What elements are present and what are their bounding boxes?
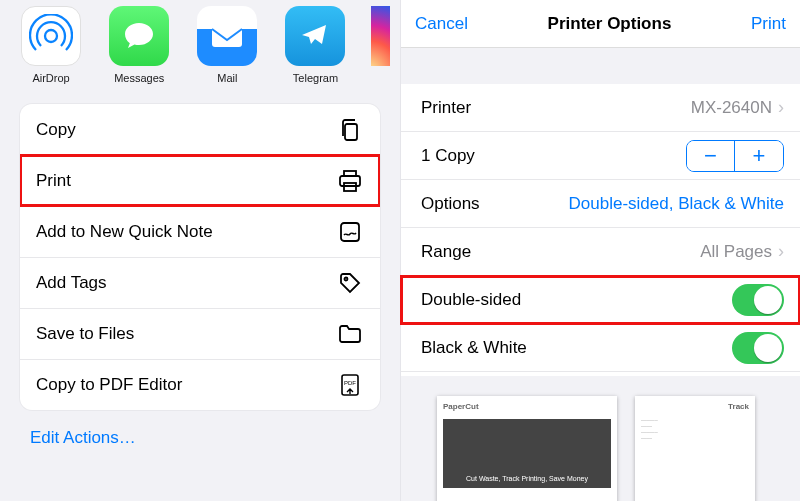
airdrop-icon	[21, 6, 81, 66]
action-add-tags[interactable]: Add Tags	[20, 257, 380, 308]
mail-icon	[197, 6, 257, 66]
row-copies: 1 Copy − +	[401, 132, 800, 180]
svg-rect-2	[345, 124, 357, 140]
action-label: Add to New Quick Note	[36, 222, 213, 242]
row-value: Double-sided, Black & White	[569, 194, 784, 214]
svg-point-7	[345, 278, 348, 281]
row-value: MX-2640N	[691, 98, 772, 118]
cancel-button[interactable]: Cancel	[415, 14, 468, 34]
actions-card: Copy Print Add to New Quick Note Add Tag…	[20, 104, 380, 410]
action-save-files[interactable]: Save to Files	[20, 308, 380, 359]
svg-point-0	[45, 30, 57, 42]
row-double-sided: Double-sided	[401, 276, 800, 324]
row-label: Options	[421, 194, 480, 214]
action-copy-pdf[interactable]: Copy to PDF Editor PDF	[20, 359, 380, 410]
telegram-icon	[285, 6, 345, 66]
share-app-airdrop[interactable]: AirDrop	[18, 6, 84, 84]
row-options[interactable]: Options Double-sided, Black & White	[401, 180, 800, 228]
black-white-toggle[interactable]	[732, 332, 784, 364]
instagram-icon	[371, 6, 390, 66]
svg-rect-6	[341, 223, 359, 241]
action-label: Add Tags	[36, 273, 107, 293]
printer-options-panel: Cancel Printer Options Print Printer MX-…	[400, 0, 800, 501]
app-label: AirDrop	[32, 72, 69, 84]
action-print[interactable]: Print	[20, 155, 380, 206]
edit-actions-link[interactable]: Edit Actions…	[0, 410, 400, 448]
share-apps-strip: AirDrop Messages Mail Telegram	[0, 4, 400, 90]
chevron-right-icon: ›	[778, 241, 784, 262]
pdf-icon: PDF	[336, 371, 364, 399]
preview-brand: PaperCut	[443, 402, 611, 411]
app-label: Messages	[114, 72, 164, 84]
nav-title: Printer Options	[548, 14, 672, 34]
chevron-right-icon: ›	[778, 97, 784, 118]
folder-icon	[336, 320, 364, 348]
app-label: I	[371, 72, 390, 84]
preview-page-1[interactable]: PaperCut Cut Waste, Track Printing, Save…	[437, 396, 617, 501]
share-app-mail[interactable]: Mail	[194, 6, 260, 84]
share-app-messages[interactable]: Messages	[106, 6, 172, 84]
svg-rect-4	[340, 176, 360, 186]
app-label: Telegram	[293, 72, 338, 84]
svg-rect-5	[344, 183, 356, 191]
tag-icon	[336, 269, 364, 297]
share-sheet: AirDrop Messages Mail Telegram	[0, 0, 400, 501]
action-quick-note[interactable]: Add to New Quick Note	[20, 206, 380, 257]
action-label: Copy to PDF Editor	[36, 375, 182, 395]
row-label: Range	[421, 242, 471, 262]
copy-icon	[336, 116, 364, 144]
row-label: Double-sided	[421, 290, 521, 310]
action-label: Print	[36, 171, 71, 191]
preview-title: Track	[641, 402, 749, 411]
share-app-instagram[interactable]: I	[371, 6, 390, 84]
row-printer[interactable]: Printer MX-2640N›	[401, 84, 800, 132]
row-value: All Pages	[700, 242, 772, 262]
action-label: Copy	[36, 120, 76, 140]
svg-text:PDF: PDF	[344, 380, 356, 386]
quick-note-icon	[336, 218, 364, 246]
nav-bar: Cancel Printer Options Print	[401, 0, 800, 48]
print-button[interactable]: Print	[751, 14, 786, 34]
action-label: Save to Files	[36, 324, 134, 344]
copies-stepper: − +	[686, 140, 784, 172]
messages-icon	[109, 6, 169, 66]
row-label: Printer	[421, 98, 471, 118]
double-sided-toggle[interactable]	[732, 284, 784, 316]
preview-page-2[interactable]: Track ––––––––––––––––––––	[635, 396, 755, 501]
row-label: 1 Copy	[421, 146, 475, 166]
row-range[interactable]: Range All Pages›	[401, 228, 800, 276]
stepper-plus[interactable]: +	[735, 141, 783, 171]
print-preview-strip: PaperCut Cut Waste, Track Printing, Save…	[401, 376, 800, 501]
row-black-white: Black & White	[401, 324, 800, 372]
app-label: Mail	[217, 72, 237, 84]
stepper-minus[interactable]: −	[687, 141, 735, 171]
share-app-telegram[interactable]: Telegram	[282, 6, 348, 84]
print-icon	[336, 167, 364, 195]
action-copy[interactable]: Copy	[20, 104, 380, 155]
svg-rect-1	[212, 27, 242, 47]
row-label: Black & White	[421, 338, 527, 358]
preview-tagline: Cut Waste, Track Printing, Save Money	[443, 419, 611, 488]
